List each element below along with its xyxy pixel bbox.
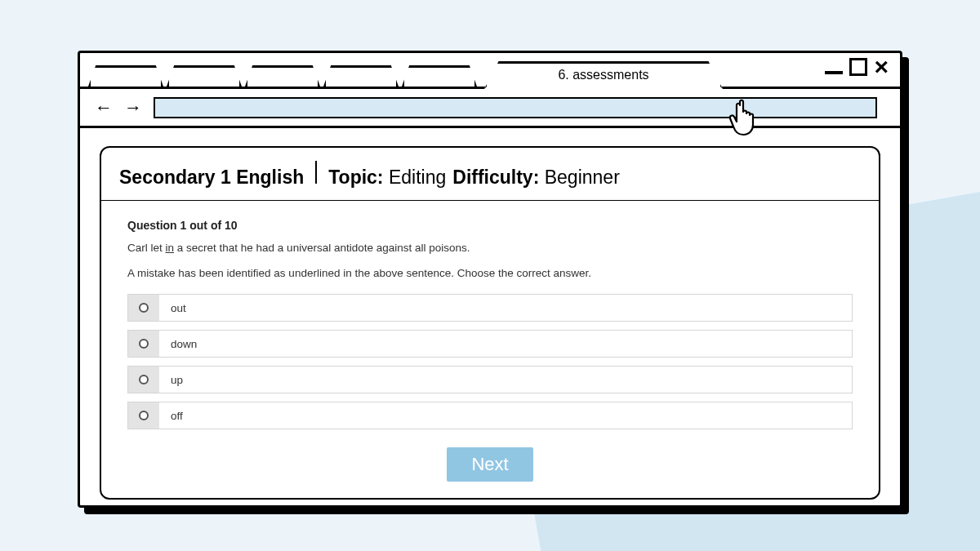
topic-value: Editing [389, 167, 446, 189]
tab-active[interactable]: 6. assessments [484, 61, 723, 89]
radio-icon [139, 339, 149, 349]
tab-inactive[interactable] [245, 65, 320, 87]
tab-active-label: 6. assessments [558, 68, 648, 82]
tab-inactive[interactable] [402, 65, 477, 87]
question-progress: Question 1 out of 10 [127, 219, 853, 232]
topic-label: Topic: [328, 167, 383, 189]
browser-window: 6. assessments × ← → Secondary 1 English… [78, 51, 902, 508]
minimize-icon[interactable] [825, 71, 843, 74]
difficulty-label: Difficulty: [452, 167, 539, 189]
tab-inactive[interactable] [323, 65, 399, 87]
card-body: Question 1 out of 10 Carl let in a secre… [101, 201, 879, 498]
maximize-icon[interactable] [849, 58, 867, 76]
option-radio-cell [128, 402, 159, 429]
next-row: Next [127, 447, 853, 482]
option-radio-cell [128, 367, 159, 393]
radio-icon [139, 375, 149, 384]
options-list: out down up [127, 294, 853, 429]
option-radio-cell [128, 331, 159, 357]
tab-inactive[interactable] [88, 65, 163, 87]
option-row[interactable]: off [127, 402, 853, 429]
back-icon[interactable]: ← [95, 97, 113, 118]
option-row[interactable]: out [127, 294, 853, 322]
close-icon[interactable]: × [874, 58, 889, 76]
sentence-post: a secret that he had a universal antidot… [174, 242, 470, 254]
forward-icon[interactable]: → [124, 97, 142, 118]
header-divider [315, 161, 317, 184]
next-button[interactable]: Next [447, 447, 532, 482]
radio-icon [139, 411, 149, 420]
option-label: out [159, 295, 852, 321]
sentence-pre: Carl let [127, 242, 166, 254]
address-bar-row: ← → [80, 89, 900, 128]
option-label: down [159, 331, 852, 357]
url-input[interactable] [154, 97, 877, 118]
sentence-mistake: in [166, 242, 175, 254]
question-sentence: Carl let in a secret that he had a unive… [127, 242, 853, 254]
course-title: Secondary 1 English [119, 167, 304, 189]
option-row[interactable]: down [127, 330, 853, 358]
radio-icon [139, 303, 149, 313]
window-controls: × [825, 58, 889, 76]
card-header: Secondary 1 English Topic: Editing Diffi… [101, 148, 879, 201]
option-label: up [159, 367, 852, 393]
tab-inactive[interactable] [167, 65, 242, 87]
option-radio-cell [128, 295, 159, 321]
option-row[interactable]: up [127, 366, 853, 393]
assessment-card: Secondary 1 English Topic: Editing Diffi… [100, 146, 880, 500]
tab-strip: 6. assessments × [80, 53, 900, 89]
question-instruction: A mistake has been identified as underli… [127, 267, 853, 279]
option-label: off [159, 402, 852, 429]
difficulty-value: Beginner [545, 167, 620, 189]
tab-active-wrap: 6. assessments [484, 61, 723, 89]
